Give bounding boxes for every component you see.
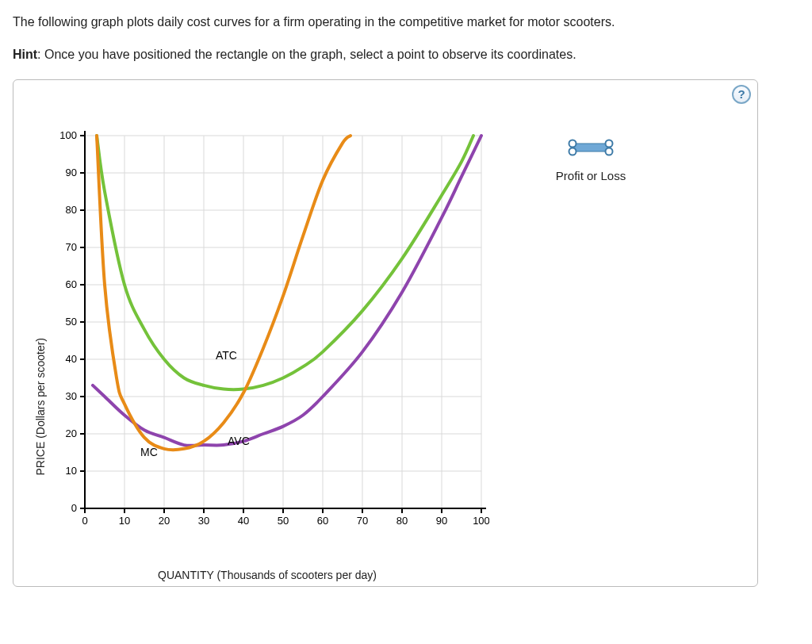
- profit-loss-label: Profit or Loss: [519, 169, 662, 182]
- svg-text:0: 0: [82, 515, 87, 527]
- svg-text:90: 90: [436, 515, 447, 527]
- svg-point-72: [606, 148, 613, 155]
- svg-text:50: 50: [278, 515, 289, 527]
- svg-rect-68: [573, 144, 609, 151]
- y-axis-label: PRICE (Dollars per scooter): [34, 338, 47, 476]
- graph-panel: ? PRICE (Dollars per scooter) 0102030405…: [13, 79, 758, 587]
- svg-text:10: 10: [66, 465, 77, 477]
- hint-text: : Once you have positioned the rectangle…: [37, 48, 576, 61]
- svg-text:60: 60: [317, 515, 328, 527]
- cost-curves-chart[interactable]: 0102030405060708090100010203040506070809…: [45, 128, 489, 540]
- avc-curve[interactable]: [93, 136, 481, 446]
- svg-text:60: 60: [66, 278, 77, 290]
- svg-text:30: 30: [198, 515, 209, 527]
- svg-point-70: [606, 140, 613, 148]
- atc-curve-label: ATC: [216, 349, 237, 362]
- x-axis-label: QUANTITY (Thousands of scooters per day): [45, 569, 489, 581]
- svg-text:10: 10: [119, 515, 130, 527]
- mc-curve[interactable]: [97, 136, 350, 450]
- svg-text:50: 50: [66, 316, 77, 328]
- svg-text:80: 80: [66, 204, 77, 216]
- svg-point-71: [569, 148, 576, 155]
- svg-text:90: 90: [66, 167, 77, 178]
- svg-text:20: 20: [66, 427, 77, 439]
- profit-loss-rectangle-tool[interactable]: [565, 137, 617, 161]
- svg-text:40: 40: [66, 353, 77, 365]
- svg-text:20: 20: [159, 515, 170, 527]
- svg-text:40: 40: [238, 515, 249, 527]
- avc-curve-label: AVC: [228, 435, 250, 447]
- svg-text:0: 0: [71, 502, 77, 514]
- svg-text:70: 70: [66, 241, 77, 253]
- svg-point-69: [569, 140, 576, 148]
- hint-label: Hint: [13, 48, 37, 61]
- svg-text:100: 100: [473, 515, 489, 527]
- chart-area[interactable]: PRICE (Dollars per scooter) 010203040506…: [45, 128, 489, 548]
- svg-text:100: 100: [59, 129, 77, 141]
- svg-text:70: 70: [357, 515, 368, 527]
- mc-curve-label: MC: [140, 446, 158, 458]
- svg-text:80: 80: [396, 515, 408, 527]
- profit-loss-legend: Profit or Loss: [519, 137, 662, 182]
- svg-text:30: 30: [66, 390, 77, 402]
- rectangle-handle-icon: [565, 137, 617, 158]
- hint-line: Hint: Once you have positioned the recta…: [13, 48, 799, 62]
- intro-text: The following graph plots daily cost cur…: [13, 13, 799, 32]
- help-button[interactable]: ?: [732, 85, 751, 104]
